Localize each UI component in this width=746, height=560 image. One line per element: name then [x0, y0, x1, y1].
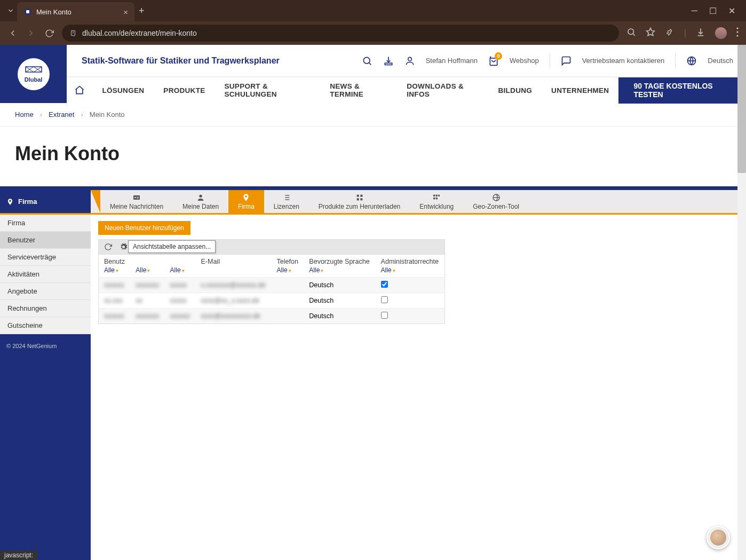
- col-user[interactable]: Benutz: [99, 255, 131, 267]
- extensions-icon[interactable]: [665, 27, 674, 39]
- admin-checkbox[interactable]: [381, 281, 388, 288]
- content-area: Neuen Benutzer hinzufügen Ansichtstabell…: [91, 215, 746, 560]
- user-name[interactable]: Stefan Hoffmann: [426, 57, 478, 65]
- sidebar-item-firma[interactable]: Firma: [0, 215, 91, 232]
- close-window-icon[interactable]: ✕: [728, 6, 735, 16]
- table-row[interactable]: xxxxxxxxxxxxxxxxxxx.xxxxxxx@xxxxxx.deDeu…: [99, 278, 445, 293]
- tab-licenses[interactable]: Lizenzen: [264, 190, 309, 213]
- svg-rect-40: [436, 194, 438, 196]
- filter-phone[interactable]: Alle▾: [272, 266, 304, 278]
- sidebar-item-vouchers[interactable]: Gutscheine: [0, 317, 91, 334]
- filter-1[interactable]: Alle▾: [130, 266, 164, 278]
- chevron-down-icon: ▾: [116, 268, 118, 273]
- svg-rect-36: [360, 194, 362, 196]
- tab-close-icon[interactable]: ×: [123, 7, 128, 17]
- tab-downloads[interactable]: Produkte zum Herunterladen: [309, 190, 410, 213]
- window-controls: ─ ☐ ✕: [692, 6, 742, 16]
- col-1[interactable]: [130, 255, 164, 267]
- bookmark-star-icon[interactable]: [646, 27, 655, 39]
- logo[interactable]: Dlubal: [0, 45, 67, 103]
- scrollbar[interactable]: [737, 45, 746, 560]
- sidebar: Firma Benutzer Serviceverträge Aktivität…: [0, 215, 91, 560]
- apps-icon: [432, 193, 441, 202]
- nav-news[interactable]: NEWS & TERMINE: [320, 82, 397, 98]
- sidebar-item-offers[interactable]: Angebote: [0, 283, 91, 300]
- nav-support[interactable]: SUPPORT & SCHULUNGEN: [215, 82, 320, 98]
- sidebar-title: Firma: [0, 190, 91, 213]
- tab-mydata[interactable]: Meine Daten: [173, 190, 228, 213]
- cart-icon[interactable]: 0: [488, 56, 499, 66]
- tab-development[interactable]: Entwicklung: [410, 190, 463, 213]
- back-button[interactable]: [7, 28, 18, 38]
- user-icon[interactable]: [404, 56, 415, 66]
- home-icon[interactable]: [67, 85, 92, 96]
- breadcrumb-current: Mein Konto: [90, 111, 125, 119]
- col-phone[interactable]: Telefon: [272, 255, 304, 267]
- svg-point-9: [736, 27, 738, 29]
- language-label[interactable]: Deutsch: [708, 57, 733, 65]
- cta-trial-button[interactable]: 90 TAGE KOSTENLOS TESTEN: [618, 77, 746, 104]
- browser-address-bar: dlubal.com/de/extranet/mein-konto |: [0, 21, 746, 45]
- sidebar-item-activities[interactable]: Aktivitäten: [0, 266, 91, 283]
- chat-icon[interactable]: [561, 56, 572, 66]
- breadcrumb-home[interactable]: Home: [15, 111, 34, 119]
- maximize-icon[interactable]: ☐: [709, 6, 717, 16]
- table-filter-row: Alle▾ Alle▾ Alle▾ Alle▾ Alle▾ Alle▾: [99, 266, 445, 278]
- nav-unternehmen[interactable]: UNTERNEHMEN: [542, 86, 618, 94]
- chevron-down-icon: ▾: [182, 268, 185, 273]
- table-row[interactable]: xx.xxxxxxxxxxxxxx@xx_x.xxxx.deDeutsch: [99, 293, 445, 309]
- tab-list-dropdown[interactable]: [4, 4, 17, 17]
- sidebar-item-invoices[interactable]: Rechnungen: [0, 300, 91, 317]
- kebab-menu-icon[interactable]: [736, 27, 739, 39]
- logo-text: Dlubal: [25, 76, 43, 83]
- svg-rect-12: [26, 67, 42, 72]
- sidebar-item-benutzer[interactable]: Benutzer: [0, 232, 91, 249]
- nav-produkte[interactable]: PRODUKTE: [154, 86, 215, 94]
- downloads-icon[interactable]: [696, 27, 705, 39]
- admin-checkbox[interactable]: [381, 296, 388, 303]
- minimize-icon[interactable]: ─: [692, 6, 697, 16]
- col-email[interactable]: E-Mail: [196, 255, 272, 267]
- filter-lang[interactable]: Alle▾: [304, 266, 375, 278]
- new-tab-button[interactable]: +: [139, 5, 145, 17]
- site-info-icon[interactable]: [69, 29, 77, 37]
- table-row[interactable]: xxxxxxxxxxxxxxxxxxxxxxx@xxxxxxxxx.deDeut…: [99, 309, 445, 324]
- browser-tab[interactable]: Mein Konto ×: [17, 2, 134, 21]
- favicon-icon: [23, 7, 32, 16]
- forward-button[interactable]: [26, 28, 36, 38]
- gear-icon[interactable]: [120, 243, 128, 251]
- tab-firma[interactable]: Firma: [228, 190, 264, 213]
- reload-button[interactable]: [44, 29, 54, 38]
- url-field[interactable]: dlubal.com/de/extranet/mein-konto: [62, 25, 619, 42]
- svg-point-11: [736, 35, 738, 36]
- admin-checkbox[interactable]: [381, 312, 388, 319]
- chat-widget[interactable]: [707, 526, 730, 549]
- filter-admin[interactable]: Alle▾: [376, 266, 445, 278]
- contact-link[interactable]: Vertriebsteam kontaktieren: [582, 57, 665, 65]
- tab-geozones[interactable]: Geo-Zonen-Tool: [463, 190, 529, 213]
- zoom-search-icon[interactable]: [626, 27, 636, 39]
- filter-0[interactable]: Alle▾: [99, 266, 131, 278]
- page-title: Mein Konto: [0, 127, 746, 186]
- nav-downloads[interactable]: DOWNLOADS & INFOS: [397, 82, 488, 98]
- main-nav: LÖSUNGEN PRODUKTE SUPPORT & SCHULUNGEN N…: [67, 77, 746, 103]
- col-admin[interactable]: Administratorrechte: [376, 255, 445, 267]
- webshop-link[interactable]: Webshop: [510, 57, 539, 65]
- refresh-icon[interactable]: [104, 243, 112, 251]
- users-table: Benutz E-Mail Telefon Bevorzugte Sprache…: [98, 254, 445, 324]
- col-2[interactable]: [165, 255, 196, 267]
- globe-icon[interactable]: [686, 56, 697, 66]
- profile-avatar-icon[interactable]: [715, 27, 727, 39]
- col-lang[interactable]: Bevorzugte Sprache: [304, 255, 375, 267]
- svg-rect-43: [436, 198, 438, 199]
- sidebar-item-service[interactable]: Serviceverträge: [0, 249, 91, 266]
- filter-2[interactable]: Alle▾: [165, 266, 196, 278]
- tab-messages[interactable]: Meine Nachrichten: [100, 190, 173, 213]
- add-user-button[interactable]: Neuen Benutzer hinzufügen: [98, 221, 191, 235]
- download-icon[interactable]: [383, 56, 394, 66]
- search-icon[interactable]: [362, 56, 372, 66]
- nav-loesungen[interactable]: LÖSUNGEN: [92, 86, 154, 94]
- nav-bildung[interactable]: BILDUNG: [488, 86, 542, 94]
- breadcrumb-extranet[interactable]: Extranet: [49, 111, 74, 119]
- list-icon: [282, 193, 291, 202]
